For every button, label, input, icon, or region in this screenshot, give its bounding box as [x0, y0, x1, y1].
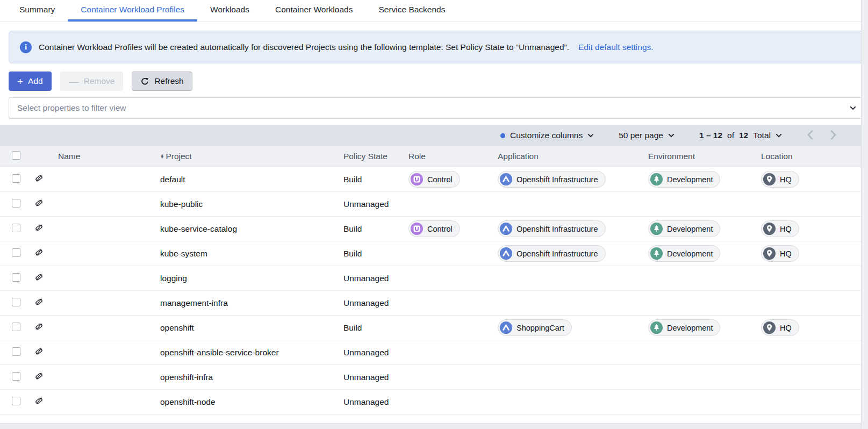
row-checkbox[interactable]: [12, 372, 20, 381]
bottom-strip: [0, 423, 868, 429]
next-page-button[interactable]: [830, 130, 837, 142]
tag-slash-icon: [33, 247, 45, 258]
column-header-project: Project: [166, 152, 191, 161]
location-badge: HQ: [761, 245, 799, 262]
column-header-project-sort[interactable]: ▲▼ Project: [160, 152, 343, 161]
application-icon: [500, 173, 512, 185]
cell-policy-state: Unmanaged: [343, 199, 408, 209]
scrollbar-rail[interactable]: [861, 0, 868, 429]
cell-policy-state: Build: [343, 323, 408, 333]
row-checkbox[interactable]: [12, 224, 20, 232]
tag-slash-icon: [33, 296, 45, 308]
tab-workloads[interactable]: Workloads: [197, 0, 262, 22]
tab-label: Workloads: [210, 5, 249, 15]
application-badge: ShoppingCart: [498, 319, 572, 336]
row-checkbox[interactable]: [12, 199, 20, 208]
refresh-button-label: Refresh: [154, 76, 183, 86]
chevron-down-icon: [850, 106, 856, 110]
row-checkbox[interactable]: [12, 323, 20, 331]
tab-container-workload-profiles[interactable]: Container Workload Profiles: [68, 0, 197, 22]
table-row: openshift-node Unmanaged: [0, 390, 868, 414]
table-row: default Build Control Openshift Infrastr…: [0, 167, 868, 192]
tab-container-workloads[interactable]: Container Workloads: [262, 0, 365, 22]
row-checkbox[interactable]: [12, 248, 20, 257]
remove-button[interactable]: — Remove: [60, 72, 124, 91]
column-header-name: Name: [58, 152, 160, 161]
row-checkbox[interactable]: [12, 397, 20, 405]
map-pin-icon: [763, 173, 776, 185]
tab-label: Container Workload Profiles: [81, 5, 184, 15]
of-label: of: [727, 131, 734, 140]
chevron-right-icon: [830, 130, 837, 140]
chevron-down-icon: [587, 133, 594, 138]
application-badge-label: ShoppingCart: [517, 324, 564, 332]
row-checkbox[interactable]: [12, 298, 20, 306]
environment-badge-label: Development: [667, 324, 713, 332]
table-row: kube-service-catalog Build Control Opens…: [0, 217, 868, 241]
table-row: kube-public Unmanaged: [0, 192, 868, 217]
application-icon: [500, 247, 512, 260]
chevron-down-icon: [776, 133, 782, 138]
pagination-total-dropdown[interactable]: 1 – 12 of 12 Total: [699, 131, 782, 140]
application-icon: [500, 223, 512, 235]
role-badge: Control: [408, 220, 460, 237]
environment-badge-label: Development: [667, 175, 713, 184]
banner-text: Container Workload Profiles will be crea…: [39, 42, 569, 52]
total-label: Total: [753, 131, 771, 140]
sort-icon: ▲▼: [160, 154, 164, 159]
tree-icon: [650, 247, 663, 260]
environment-badge: Development: [648, 245, 720, 262]
tag-slash-icon: [33, 321, 45, 332]
total-count: 12: [739, 131, 748, 140]
prev-page-button[interactable]: [807, 130, 814, 142]
map-pin-icon: [763, 247, 776, 260]
table-row: logging Unmanaged: [0, 266, 868, 291]
add-button[interactable]: + Add: [9, 72, 52, 91]
row-checkbox[interactable]: [12, 347, 20, 356]
map-pin-icon: [763, 223, 776, 235]
cell-project: management-infra: [160, 298, 343, 308]
column-header-role: Role: [408, 152, 498, 161]
info-banner: i Container Workload Profiles will be cr…: [9, 31, 865, 63]
table-row: management-infra Unmanaged: [0, 291, 868, 316]
customize-columns-dropdown[interactable]: Customize columns: [500, 131, 594, 140]
edit-default-settings-link[interactable]: Edit default settings.: [578, 42, 654, 52]
tag-slash-icon: [33, 197, 45, 209]
cell-policy-state: Unmanaged: [343, 373, 408, 382]
table-row: openshift-ansible-service-broker Unmanag…: [0, 340, 868, 365]
cell-project: logging: [160, 274, 343, 283]
role-icon: [411, 173, 423, 185]
tag-slash-icon: [33, 173, 45, 184]
list-controls-bar: Customize columns 50 per page 1 – 12 of …: [0, 125, 868, 146]
cell-policy-state: Unmanaged: [343, 397, 408, 407]
tree-icon: [650, 321, 663, 334]
cell-policy-state: Build: [343, 175, 408, 184]
filter-select[interactable]: Select properties to filter view: [9, 97, 865, 119]
refresh-icon: [140, 77, 149, 86]
select-all-checkbox[interactable]: [12, 151, 20, 160]
location-badge-label: HQ: [780, 225, 792, 233]
refresh-button[interactable]: Refresh: [132, 72, 192, 91]
tree-icon: [650, 223, 663, 235]
tab-label: Summary: [19, 5, 55, 15]
role-badge: Control: [408, 171, 460, 188]
tab-service-backends[interactable]: Service Backends: [365, 0, 458, 22]
chevron-down-icon: [668, 133, 675, 138]
cell-policy-state: Build: [343, 224, 408, 234]
tree-icon: [650, 173, 663, 185]
map-pin-icon: [763, 321, 776, 334]
plus-icon: +: [17, 76, 23, 87]
tab-summary[interactable]: Summary: [6, 0, 68, 22]
row-checkbox[interactable]: [12, 174, 20, 183]
cell-project: kube-service-catalog: [160, 224, 343, 234]
cell-project: openshift: [160, 323, 343, 333]
location-badge: HQ: [761, 220, 799, 237]
location-badge: HQ: [761, 171, 799, 188]
location-badge: HQ: [761, 319, 799, 336]
row-checkbox[interactable]: [12, 273, 20, 282]
info-icon: i: [20, 41, 32, 53]
per-page-dropdown[interactable]: 50 per page: [619, 131, 675, 140]
application-badge-label: Openshift Infrastructure: [517, 249, 598, 258]
cell-policy-state: Build: [343, 249, 408, 259]
location-badge-label: HQ: [780, 324, 792, 332]
